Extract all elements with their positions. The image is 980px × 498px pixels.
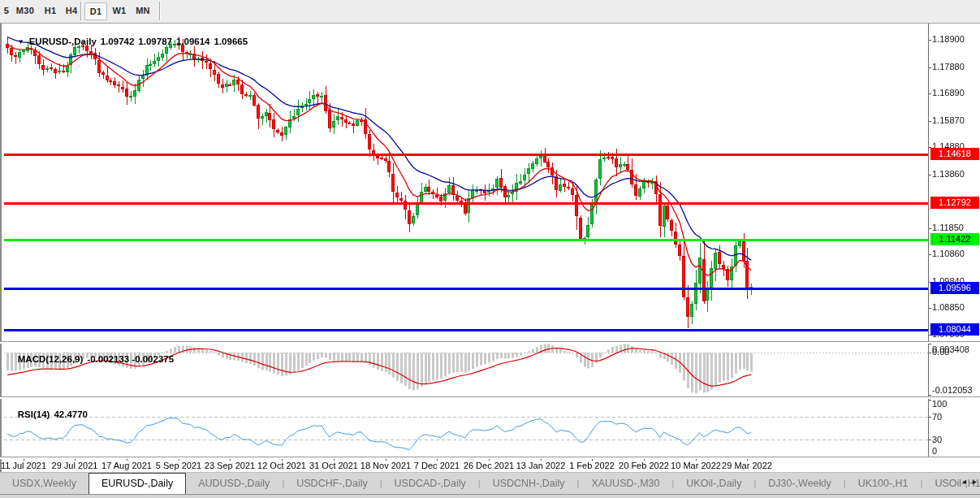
hline-level-1.11422[interactable] bbox=[4, 239, 928, 241]
date-tick-label: 29 Jul 2021 bbox=[52, 461, 98, 470]
date-tick-label: 12 Oct 2021 bbox=[257, 461, 306, 470]
tab-scroll-right-icon[interactable]: ► bbox=[971, 478, 978, 486]
date-tick-label: 10 Mar 2022 bbox=[671, 461, 721, 470]
date-tick-label: 20 Feb 2022 bbox=[619, 461, 669, 470]
timeframe-H4[interactable]: H4 bbox=[62, 2, 81, 19]
tab-usdchf-daily[interactable]: USDCHF-,Daily bbox=[284, 473, 380, 495]
hline-level-1.08044[interactable] bbox=[4, 329, 928, 331]
price-tick-label: 1.17880 bbox=[932, 62, 979, 71]
tab-eurusd-daily[interactable]: EURUSD-,Daily bbox=[89, 473, 186, 495]
timeframe-W1[interactable]: W1 bbox=[109, 2, 130, 19]
macd-values: -0.002133 -0.002375 bbox=[87, 354, 174, 364]
high-value: 1.09787 bbox=[138, 37, 172, 46]
trading-terminal: 5M30H1H4D1W1MN ▼EURUSD-,Daily1.097421.09… bbox=[0, 0, 980, 498]
date-tick-label: 5 Sep 2021 bbox=[156, 461, 201, 470]
price-badge: 1.09596 bbox=[930, 282, 979, 294]
toolbar-separator bbox=[80, 2, 82, 20]
date-tick-label: 1 Feb 2022 bbox=[569, 461, 615, 470]
rsi-tick-label: 30 bbox=[932, 435, 979, 444]
tab-xauusd-m30[interactable]: XAUUSD-,M30 bbox=[579, 473, 671, 495]
tab-usdcad-daily[interactable]: USDCAD-,Daily bbox=[382, 473, 478, 495]
tab-dj30-weekly[interactable]: DJ30-,Weekly bbox=[756, 473, 844, 495]
chart-symbol-label: EURUSD-,Daily bbox=[29, 37, 97, 46]
date-tick-label: 29 Mar 2022 bbox=[722, 461, 772, 470]
date-tick-label: 7 Dec 2021 bbox=[414, 461, 460, 470]
price-tick-label: 1.16890 bbox=[932, 88, 979, 97]
price-badge: 1.11422 bbox=[930, 233, 979, 245]
timeframe-D1[interactable]: D1 bbox=[84, 2, 107, 20]
price-badge: 1.08044 bbox=[930, 323, 979, 336]
rsi-tick-label: 100 bbox=[932, 399, 979, 409]
price-tick-label: 1.10860 bbox=[932, 249, 979, 258]
timeframe-MN[interactable]: MN bbox=[132, 2, 154, 19]
tab-usdcnh-daily[interactable]: USDCNH-,Daily bbox=[481, 473, 577, 495]
tab-ukoil-daily[interactable]: UKOil-,Daily bbox=[674, 473, 753, 495]
rsi-tick-label: 70 bbox=[932, 412, 979, 422]
date-tick-label: 31 Oct 2021 bbox=[309, 461, 358, 470]
toolbar-separator bbox=[159, 2, 161, 20]
price-tick-label: 1.18900 bbox=[932, 34, 979, 44]
rsi-value: 42.4770 bbox=[54, 409, 88, 419]
pane-separator-dates bbox=[0, 457, 980, 459]
macd-label: MACD(12,26,9)-0.002133 -0.002375 bbox=[7, 344, 174, 374]
symbol-tabbar: USDX,WeeklyEURUSD-,DailyAUDUSD-,Daily|US… bbox=[0, 472, 980, 495]
chart-canvas[interactable] bbox=[0, 0, 980, 498]
tab-scroll-left-icon[interactable]: ◄ bbox=[961, 478, 968, 486]
tab-audusd-daily[interactable]: AUDUSD-,Daily bbox=[186, 473, 282, 495]
price-tick-label: 1.15870 bbox=[932, 115, 979, 125]
macd-name: MACD(12,26,9) bbox=[18, 354, 84, 364]
price-tick-label: 1.13860 bbox=[932, 169, 979, 179]
rsi-label: RSI(14)42.4770 bbox=[7, 400, 88, 429]
price-tick-label: 1.08850 bbox=[932, 302, 979, 312]
open-value: 1.09742 bbox=[101, 37, 135, 46]
tab-usdx-weekly[interactable]: USDX,Weekly bbox=[0, 473, 89, 495]
date-tick-label: 11 Jul 2021 bbox=[1, 461, 46, 470]
timeframe-5[interactable]: 5 bbox=[2, 2, 11, 19]
close-value: 1.09665 bbox=[214, 37, 248, 46]
timeframe-toolbar: 5M30H1H4D1W1MN bbox=[0, 0, 980, 24]
pane-separator-rsi bbox=[0, 396, 980, 399]
macd-tick-label: 0.00 bbox=[932, 347, 979, 357]
price-badge: 1.14618 bbox=[930, 148, 979, 160]
rsi-name: RSI(14) bbox=[18, 409, 50, 419]
price-axis-line bbox=[928, 24, 929, 457]
tab-uk100-h1[interactable]: UK100-,H1 bbox=[846, 473, 921, 495]
hline-level-1.14618[interactable] bbox=[4, 154, 928, 156]
chart-dropdown-icon[interactable]: ▼ bbox=[18, 38, 24, 45]
date-tick-label: 13 Jan 2022 bbox=[516, 461, 566, 470]
date-tick-label: 26 Dec 2021 bbox=[464, 461, 514, 470]
chart-ohlc-readout: ▼EURUSD-,Daily1.097421.097871.096141.096… bbox=[7, 27, 248, 56]
price-tick-label: 1.11850 bbox=[932, 223, 979, 232]
macd-tick-label: -0.012053 bbox=[932, 385, 979, 395]
price-badge: 1.12792 bbox=[930, 197, 979, 209]
timeframe-H1[interactable]: H1 bbox=[41, 2, 60, 19]
bottom-strip bbox=[0, 494, 980, 498]
pane-separator-macd bbox=[0, 341, 980, 344]
date-tick-label: 23 Sep 2021 bbox=[205, 461, 255, 470]
low-value: 1.09614 bbox=[176, 37, 210, 46]
timeframe-M30[interactable]: M30 bbox=[13, 2, 37, 19]
hline-level-1.12792[interactable] bbox=[4, 202, 928, 205]
date-tick-label: 17 Aug 2021 bbox=[101, 461, 152, 470]
rsi-tick-label: 0 bbox=[932, 446, 979, 456]
hline-level-1.09596[interactable] bbox=[4, 288, 928, 290]
date-tick-label: 18 Nov 2021 bbox=[360, 461, 411, 470]
